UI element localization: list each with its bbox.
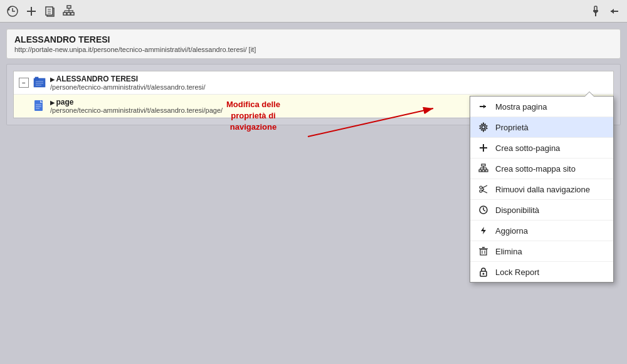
svg-point-46 — [482, 126, 485, 129]
crea-sotto-mappa-label: Crea sotto-mappa sito — [495, 164, 576, 174]
user-name: ALESSANDRO TERESI — [14, 34, 613, 44]
rimuovi-navigazione-label: Rimuovi dalla navigazione — [495, 185, 590, 194]
menu-item-mostra-pagina[interactable]: Mostra pagina — [470, 96, 613, 117]
scissors-icon — [478, 184, 489, 195]
lightning-icon — [478, 225, 489, 236]
root-label: ALESSANDRO TERESI /persone/tecnico-ammin… — [50, 75, 608, 91]
menu-item-proprieta[interactable]: Proprietà — [470, 117, 613, 138]
user-url: http://portale-new.unipa.it/persone/tecn… — [14, 46, 613, 53]
root-path: /persone/tecnico-amministrativi/t/alessa… — [50, 83, 608, 91]
svg-rect-19 — [593, 10, 598, 12]
mostra-pagina-label: Mostra pagina — [495, 102, 547, 112]
svg-line-66 — [483, 210, 485, 211]
svg-marker-22 — [611, 9, 614, 14]
context-menu: Mostra pagina Proprietà Crea sotto-pagin… — [470, 96, 614, 283]
add-icon[interactable] — [24, 4, 39, 19]
svg-marker-45 — [483, 105, 486, 108]
tools-icon[interactable] — [588, 4, 603, 19]
lock-report-label: Lock Report — [495, 268, 539, 277]
annotation-text: Modifica delleproprietà dinavigazione — [226, 99, 280, 133]
menu-item-rimuovi-navigazione[interactable]: Rimuovi dalla navigazione — [470, 179, 613, 200]
svg-marker-67 — [481, 227, 486, 234]
lang-badge: [it] — [249, 46, 256, 53]
svg-rect-11 — [67, 13, 70, 15]
clock-icon — [478, 204, 489, 216]
svg-point-59 — [480, 190, 482, 192]
toolbar-left — [5, 4, 76, 19]
child-icon — [33, 99, 46, 113]
plus-icon — [478, 142, 489, 153]
svg-point-74 — [483, 273, 485, 275]
sitemap-icon[interactable] — [61, 4, 76, 19]
menu-item-disponibilita[interactable]: Disponibilità — [470, 200, 613, 221]
disponibilita-label: Disponibilità — [495, 205, 539, 215]
toolbar-right — [588, 4, 622, 19]
svg-rect-10 — [63, 13, 66, 15]
svg-point-58 — [480, 186, 482, 189]
svg-line-61 — [482, 190, 487, 193]
svg-rect-12 — [71, 13, 74, 15]
content-area: − ALESSANDRO TERESI /persone/tecnico-amm… — [6, 64, 621, 125]
menu-item-lock-report[interactable]: Lock Report — [470, 262, 613, 282]
elimina-label: Elimina — [495, 247, 522, 256]
collapse-button[interactable]: − — [19, 78, 29, 88]
svg-rect-51 — [482, 170, 485, 172]
svg-rect-24 — [35, 77, 38, 80]
tree-row-root[interactable]: − ALESSANDRO TERESI /persone/tecnico-amm… — [14, 71, 613, 95]
arrow-right-icon — [478, 101, 489, 112]
menu-item-elimina[interactable]: Elimina — [470, 241, 613, 262]
url-text: http://portale-new.unipa.it/persone/tecn… — [14, 46, 247, 53]
proprieta-label: Proprietà — [495, 123, 529, 132]
crea-sotto-pagina-label: Crea sotto-pagina — [495, 143, 560, 153]
svg-line-63 — [482, 189, 484, 190]
svg-rect-49 — [482, 164, 485, 166]
sitemap-icon — [478, 163, 489, 174]
copy-icon[interactable] — [43, 4, 58, 19]
trash-icon — [478, 246, 489, 257]
svg-rect-50 — [479, 170, 482, 172]
gear-icon — [478, 122, 489, 133]
header-info: ALESSANDRO TERESI http://portale-new.uni… — [6, 29, 621, 59]
aggiorna-label: Aggiorna — [495, 226, 528, 236]
menu-item-crea-sotto-pagina[interactable]: Crea sotto-pagina — [470, 138, 613, 159]
root-icon — [33, 76, 46, 90]
toolbar — [0, 0, 627, 23]
menu-item-aggiorna[interactable]: Aggiorna — [470, 221, 613, 241]
back-icon[interactable] — [607, 4, 622, 19]
menu-item-crea-sotto-mappa[interactable]: Crea sotto-mappa sito — [470, 159, 613, 179]
svg-line-60 — [482, 185, 487, 188]
history-icon[interactable] — [5, 4, 20, 19]
svg-rect-68 — [480, 249, 487, 255]
lock-icon — [478, 266, 489, 278]
root-name: ALESSANDRO TERESI — [50, 75, 608, 83]
svg-rect-52 — [485, 170, 488, 172]
svg-rect-9 — [67, 6, 71, 8]
